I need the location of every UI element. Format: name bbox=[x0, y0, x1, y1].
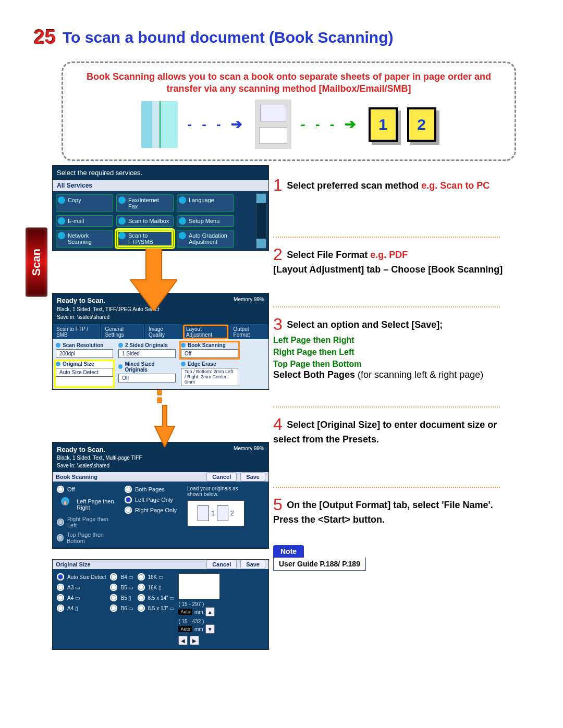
book-icon bbox=[141, 101, 178, 148]
ss2-opt-edgeerase[interactable]: Edge EraseTop / Bottom: 2mm Left / Right… bbox=[181, 361, 238, 387]
ss3-note: Load your originals as shown below. bbox=[187, 486, 250, 497]
ss1-btn-setup[interactable]: Setup Menu bbox=[177, 215, 234, 227]
separator-3 bbox=[273, 406, 500, 408]
note-tab: Note bbox=[273, 545, 304, 558]
page-number: 25 bbox=[34, 26, 56, 48]
screenshot-services: Select the required services. All Servic… bbox=[52, 165, 269, 251]
ss1-allservices[interactable]: All Services bbox=[53, 180, 268, 191]
step-2: 2 Select File Format e.g. PDF [Layout Ad… bbox=[273, 245, 510, 275]
ss2-opt-twosided[interactable]: 2 Sided Originals1 Sided bbox=[118, 342, 176, 358]
ss2-opt-originalsize[interactable]: Original SizeAuto Size Detect bbox=[56, 361, 113, 387]
finger-press-icon bbox=[57, 496, 74, 513]
ss1-btn-copy[interactable]: Copy bbox=[56, 194, 113, 212]
separator-4 bbox=[273, 487, 500, 488]
ss4-opt-b4[interactable]: B4 ▭ bbox=[110, 573, 133, 581]
ss3-opt-bothpages[interactable]: Both Pages bbox=[125, 486, 182, 493]
intro-icons-row: - - - ➔ - - - ➔ 1 2 bbox=[74, 100, 504, 149]
svg-marker-0 bbox=[130, 249, 177, 311]
ss4-dec-y[interactable]: ▼ bbox=[205, 624, 215, 634]
ss1-btn-scan-ftpsmb[interactable]: Scan to FTP/SMB bbox=[116, 230, 174, 248]
ss3-save[interactable]: Save bbox=[240, 472, 265, 482]
screenshot-originalsize: Original Size Cancel Save Auto Size Dete… bbox=[52, 559, 269, 650]
ss2-tab-scanto[interactable]: Scan to FTP / SMB bbox=[53, 324, 100, 339]
arrow-dashed-blue: - - - ➔ bbox=[187, 116, 246, 132]
ss1-btn-autogradation[interactable]: Auto Gradation Adjustment bbox=[177, 230, 234, 248]
ss3-opt-topbottom[interactable]: Top Page then Bottom bbox=[57, 532, 119, 544]
intro-box: Book Scanning allows you to scan a book … bbox=[62, 61, 516, 161]
ss4-cancel[interactable]: Cancel bbox=[206, 560, 237, 569]
svg-rect-1 bbox=[157, 390, 162, 395]
ss1-titlebar: Select the required services. bbox=[53, 166, 268, 180]
ss4-bar-title: Original Size bbox=[56, 561, 91, 567]
separator-1 bbox=[273, 237, 500, 238]
ss4-opt-85x14[interactable]: 8.5 x 14" ▭ bbox=[138, 594, 175, 601]
note-box: Note User Guide P.188/ P.189 bbox=[273, 545, 510, 571]
ss4-dim-x: ( 15 - 432 ) bbox=[178, 619, 236, 624]
side-tab: Scan bbox=[21, 165, 52, 297]
page-title: To scan a bound document (Book Scanning) bbox=[63, 29, 393, 46]
ss3-preview: 12 bbox=[187, 500, 244, 526]
ss4-save[interactable]: Save bbox=[240, 560, 265, 569]
ss2-opt-mixedsize[interactable]: Mixed Sized OriginalsOff bbox=[118, 361, 176, 387]
ss3-opt-leftonly[interactable]: Left Page Only bbox=[125, 496, 182, 503]
ss3-cancel[interactable]: Cancel bbox=[206, 472, 237, 482]
ss4-inc-x[interactable]: ▶ bbox=[190, 636, 199, 645]
ss1-btn-network-scanning[interactable]: Network Scanning bbox=[56, 230, 113, 248]
ss2-tab-general[interactable]: General Settings bbox=[101, 324, 144, 339]
printer-icon bbox=[255, 100, 291, 149]
screenshot-bookscanning: Ready to Scan.Memory 99% Black, 1 Sided,… bbox=[52, 442, 269, 549]
ss2-tab-layout[interactable]: Layout Adjustment bbox=[182, 324, 229, 339]
ss1-scrollbar[interactable] bbox=[256, 193, 266, 249]
svg-rect-2 bbox=[157, 398, 162, 403]
ss2-tab-image[interactable]: Image Quality bbox=[145, 324, 181, 339]
ss4-opt-a4l[interactable]: A4 ▭ bbox=[57, 594, 106, 601]
svg-marker-3 bbox=[155, 405, 175, 447]
ss2-opt-scanres[interactable]: Scan Resolution200dpi bbox=[56, 342, 113, 358]
ss2-opt-bookscan[interactable]: Book ScanningOff bbox=[181, 342, 238, 358]
ss1-btn-scan-mailbox[interactable]: Scan to Mailbox bbox=[116, 215, 174, 227]
ss3-bar-title: Book Scanning bbox=[56, 474, 97, 480]
ss4-opt-b5p[interactable]: B5 ▯ bbox=[110, 594, 133, 601]
page2-icon: 2 bbox=[407, 107, 436, 142]
ss2-tab-output[interactable]: Output Format bbox=[230, 324, 267, 339]
ss4-dim-y: ( 15 - 297 ) bbox=[178, 601, 236, 607]
step-4: 4 Select [Original Size] to enter docume… bbox=[273, 415, 510, 445]
arrow-dashed-green: - - - ➔ bbox=[301, 116, 359, 132]
ss4-opt-auto[interactable]: Auto Size Detect bbox=[57, 573, 106, 581]
ss3-opt-rightonly[interactable]: Right Page Only bbox=[125, 507, 182, 514]
ss4-opt-16kl[interactable]: 16K ▭ bbox=[138, 573, 175, 581]
ss3-opt-rightleft[interactable]: Right Page then Left bbox=[57, 516, 119, 528]
step-1: 1 Select preferred scan method e.g. Scan… bbox=[273, 176, 510, 195]
ss3-opt-off[interactable]: Off bbox=[57, 486, 119, 493]
intro-text: Book Scanning allows you to scan a book … bbox=[74, 71, 504, 94]
ss4-dec-x[interactable]: ◀ bbox=[178, 636, 188, 645]
ss4-opt-b5l[interactable]: B5 ▭ bbox=[110, 584, 133, 591]
note-body: User Guide P.188/ P.189 bbox=[273, 558, 366, 571]
separator-2 bbox=[273, 306, 500, 307]
ss3-opt-leftright[interactable]: Left Page then Right bbox=[57, 496, 119, 513]
ss4-inc-y[interactable]: ▲ bbox=[205, 607, 215, 616]
ss4-opt-a3[interactable]: A3 ▭ bbox=[57, 584, 106, 591]
ss4-opt-16kp[interactable]: 16K ▯ bbox=[138, 584, 175, 591]
ss4-opt-85x13[interactable]: 8.5 x 13" ▭ bbox=[138, 604, 175, 612]
side-tab-label: Scan bbox=[26, 228, 47, 297]
ss1-btn-fax[interactable]: Fax/Internet Fax bbox=[116, 194, 174, 212]
page1-icon: 1 bbox=[369, 107, 398, 142]
ss4-opt-b6[interactable]: B6 ▭ bbox=[110, 604, 133, 612]
ss1-btn-email[interactable]: E-mail bbox=[56, 215, 113, 227]
step-3: 3 Select an option and Select [Save]; Le… bbox=[273, 315, 510, 380]
step-5: 5 On the [Output Format] tab, select 'Fi… bbox=[273, 495, 510, 525]
ss4-opt-a4p[interactable]: A4 ▯ bbox=[57, 604, 106, 612]
ss1-btn-language[interactable]: Language bbox=[177, 194, 234, 212]
